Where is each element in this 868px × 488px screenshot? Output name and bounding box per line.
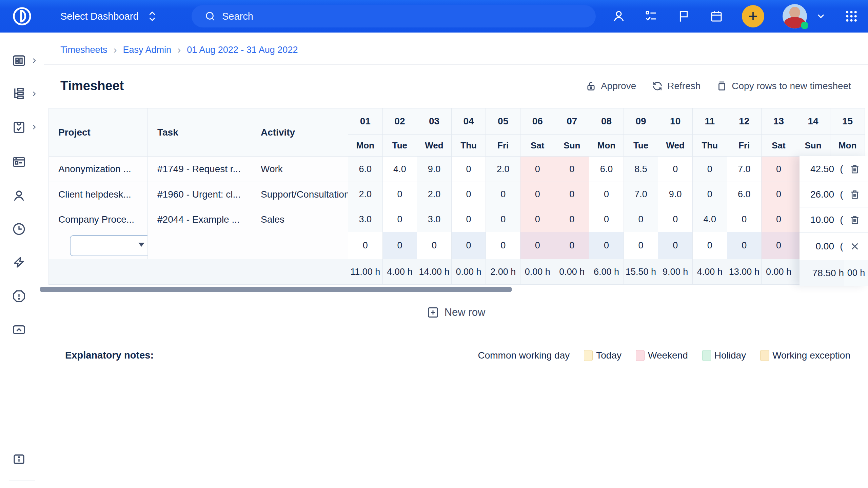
hours-cell[interactable]: 7.0 xyxy=(624,182,658,207)
hours-cell[interactable]: 4.0 xyxy=(382,157,417,182)
hours-cell[interactable]: 9.0 xyxy=(417,157,452,182)
hours-input-cell[interactable]: 0 xyxy=(520,232,555,259)
hours-input-cell[interactable]: 0 xyxy=(486,232,520,259)
hours-cell[interactable]: 0 xyxy=(451,157,486,182)
copy-rows-button[interactable]: Copy rows to new timesheet xyxy=(716,80,851,92)
search-bar[interactable]: Search xyxy=(192,5,596,27)
sidebar-item-projects[interactable] xyxy=(0,83,44,105)
hours-cell[interactable]: 0 xyxy=(555,207,589,232)
breadcrumb-user[interactable]: Easy Admin xyxy=(123,45,172,55)
hours-cell[interactable]: 6.0 xyxy=(348,157,383,182)
hours-cell[interactable]: 0 xyxy=(589,207,624,232)
sidebar-item-archive[interactable] xyxy=(0,319,44,341)
user-avatar[interactable] xyxy=(783,4,807,28)
hours-cell[interactable]: 0 xyxy=(762,207,796,232)
new-row-button[interactable]: New row xyxy=(427,306,486,319)
calendar-icon[interactable] xyxy=(709,9,724,23)
delete-row-icon[interactable] xyxy=(849,214,868,226)
breadcrumb-period[interactable]: 01 Aug 2022 - 31 Aug 2022 xyxy=(187,45,298,55)
sidebar-item-alerts[interactable] xyxy=(0,285,44,307)
delete-row-icon[interactable] xyxy=(849,189,868,200)
dashboard-selector[interactable]: Select Dashboard xyxy=(60,10,157,23)
hours-cell[interactable]: 0 xyxy=(382,207,417,232)
task-cell[interactable]: #2044 - Example ... xyxy=(148,207,251,232)
hours-cell[interactable]: 0 xyxy=(658,157,693,182)
hours-cell[interactable]: 0 xyxy=(658,207,693,232)
hours-input-cell[interactable]: 0 xyxy=(348,232,383,259)
hours-input-cell[interactable]: 0 xyxy=(762,232,796,259)
hours-cell[interactable]: 0 xyxy=(451,182,486,207)
hours-cell[interactable]: 0 xyxy=(520,182,555,207)
profile-icon[interactable] xyxy=(612,9,626,23)
clear-row-icon[interactable] xyxy=(849,241,868,252)
refresh-button[interactable]: Refresh xyxy=(652,80,701,92)
project-select-dropdown[interactable] xyxy=(70,235,148,256)
sidebar-item-dashboards[interactable] xyxy=(0,49,44,72)
legend-swatch xyxy=(702,350,711,361)
hours-cell[interactable]: 0 xyxy=(520,207,555,232)
hours-cell[interactable]: 0 xyxy=(451,207,486,232)
day-name-header: Sun xyxy=(796,135,830,157)
hours-cell[interactable]: 6.0 xyxy=(727,182,762,207)
apps-grid-icon[interactable] xyxy=(844,9,859,23)
hours-cell[interactable]: 0 xyxy=(762,182,796,207)
horizontal-scrollbar[interactable] xyxy=(40,287,512,292)
hours-cell[interactable]: 4.0 xyxy=(692,207,727,232)
hours-input-cell[interactable]: 0 xyxy=(382,232,417,259)
hours-input-cell[interactable]: 0 xyxy=(451,232,486,259)
hours-cell[interactable]: 0 xyxy=(589,182,624,207)
sidebar-item-users[interactable] xyxy=(0,185,44,207)
hours-input-cell[interactable]: 0 xyxy=(624,232,658,259)
sidebar-item-automation[interactable] xyxy=(0,251,44,273)
hours-cell[interactable]: 3.0 xyxy=(348,207,383,232)
hours-cell[interactable]: 0 xyxy=(486,182,520,207)
hours-input-cell[interactable]: 0 xyxy=(658,232,693,259)
tasklist-icon[interactable] xyxy=(644,9,658,23)
approve-button[interactable]: Approve xyxy=(585,80,636,92)
hours-cell[interactable]: 2.0 xyxy=(348,182,383,207)
app-logo[interactable] xyxy=(0,0,44,33)
hours-cell[interactable]: 9.0 xyxy=(658,182,693,207)
sidebar-item-time[interactable] xyxy=(0,218,44,240)
sidebar-item-tasks[interactable] xyxy=(0,116,44,138)
day-name-header: Thu xyxy=(451,135,486,157)
delete-row-icon[interactable] xyxy=(849,163,868,175)
hours-cell[interactable]: 3.0 xyxy=(417,207,452,232)
hours-input-cell[interactable]: 0 xyxy=(555,232,589,259)
hours-cell[interactable]: 0 xyxy=(555,182,589,207)
hours-input-cell[interactable]: 0 xyxy=(727,232,762,259)
hours-cell[interactable]: 0 xyxy=(520,157,555,182)
hours-cell[interactable]: 8.5 xyxy=(624,157,658,182)
sidebar-item-boards[interactable] xyxy=(0,151,44,173)
hours-cell[interactable]: 2.0 xyxy=(486,157,520,182)
task-cell[interactable]: #1960 - Urgent: cl... xyxy=(148,182,251,207)
sidebar-item-info[interactable] xyxy=(0,448,44,470)
activity-cell[interactable]: Support/Consultation xyxy=(251,182,348,207)
project-cell[interactable]: Anonymization ... xyxy=(49,157,148,182)
hours-cell[interactable]: 0 xyxy=(692,182,727,207)
hours-cell[interactable]: 0 xyxy=(555,157,589,182)
hours-input-cell[interactable]: 0 xyxy=(692,232,727,259)
activity-cell[interactable]: Sales xyxy=(251,207,348,232)
hours-cell[interactable]: 2.0 xyxy=(417,182,452,207)
project-cell[interactable]: Client helpdesk... xyxy=(49,182,148,207)
hours-input-cell[interactable]: 0 xyxy=(417,232,452,259)
activity-select-cell[interactable] xyxy=(251,232,348,259)
task-select-cell[interactable] xyxy=(148,232,251,259)
hours-cell[interactable]: 0 xyxy=(762,157,796,182)
breadcrumb-timesheets[interactable]: Timesheets xyxy=(60,45,107,55)
hours-cell[interactable]: 7.0 xyxy=(727,157,762,182)
add-button[interactable] xyxy=(742,5,764,27)
flag-icon[interactable] xyxy=(677,9,691,23)
activity-cell[interactable]: Work xyxy=(251,157,348,182)
hours-cell[interactable]: 0 xyxy=(624,207,658,232)
hours-cell[interactable]: 0 xyxy=(692,157,727,182)
hours-cell[interactable]: 0 xyxy=(727,207,762,232)
hours-input-cell[interactable]: 0 xyxy=(589,232,624,259)
hours-cell[interactable]: 6.0 xyxy=(589,157,624,182)
task-cell[interactable]: #1749 - Request r... xyxy=(148,157,251,182)
hours-cell[interactable]: 0 xyxy=(382,182,417,207)
project-cell[interactable]: Company Proce... xyxy=(49,207,148,232)
hours-cell[interactable]: 0 xyxy=(486,207,520,232)
avatar-dropdown-icon[interactable] xyxy=(816,11,826,21)
